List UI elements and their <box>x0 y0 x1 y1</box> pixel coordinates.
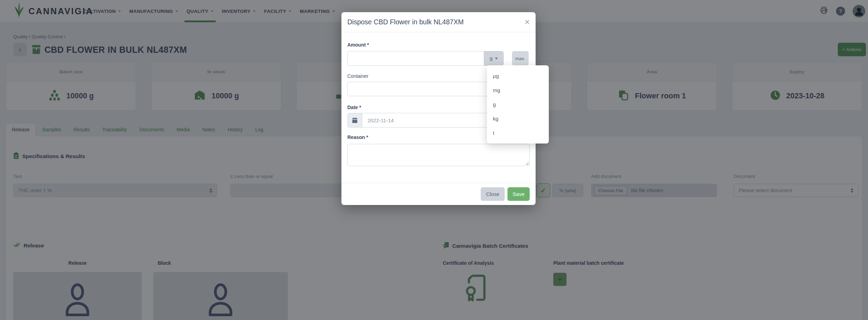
container-label: Container <box>347 73 369 79</box>
calendar-icon[interactable] <box>347 113 362 128</box>
close-button[interactable]: Close <box>481 187 504 201</box>
unit-dropdown-button[interactable]: g <box>484 51 504 66</box>
save-button[interactable]: Save <box>507 187 530 201</box>
app-page: CANNAVIGIA CULTIVATION MANUFACTURING QUA… <box>0 0 868 320</box>
close-icon[interactable]: × <box>524 18 530 26</box>
reason-label: Reason * <box>347 134 368 140</box>
unit-option-g[interactable]: g <box>487 97 549 112</box>
amount-input[interactable] <box>347 51 484 66</box>
unit-option-ug[interactable]: µg <box>487 69 549 83</box>
unit-option-t[interactable]: t <box>487 126 549 140</box>
modal-footer: Close Save <box>341 183 536 205</box>
reason-textarea[interactable] <box>347 144 530 166</box>
unit-dropdown-menu: µg mg g kg t <box>487 65 549 143</box>
unit-option-mg[interactable]: mg <box>487 83 549 97</box>
unit-option-kg[interactable]: kg <box>487 112 549 126</box>
modal-header: Dispose CBD Flower in bulk NL487XM × <box>341 12 536 32</box>
chevron-down-icon <box>495 58 498 59</box>
date-label: Date * <box>347 105 361 110</box>
max-button[interactable]: max. <box>512 51 529 66</box>
modal-title: Dispose CBD Flower in bulk NL487XM <box>347 18 464 26</box>
amount-label: Amount * <box>347 42 369 48</box>
